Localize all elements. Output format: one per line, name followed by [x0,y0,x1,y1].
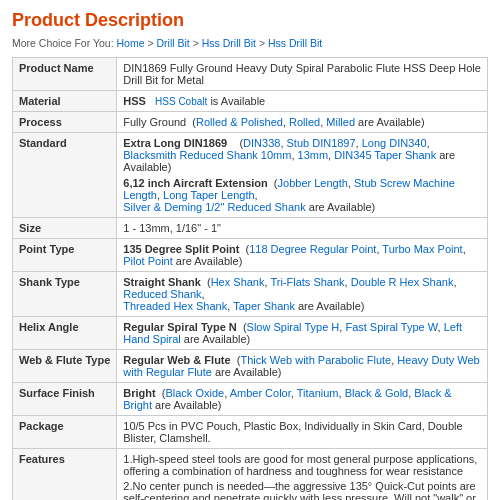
table-row: Material HSS HSS Cobalt is Available [13,91,488,112]
blacksmith-link[interactable]: Blacksmith Reduced Shank 10mm [123,149,291,161]
list-item: 1.High-speed steel tools are good for mo… [123,453,481,477]
product-table: Product Name DIN1869 Fully Ground Heavy … [12,57,488,500]
value-helix-angle: Regular Spiral Type N (Slow Spiral Type … [117,317,488,350]
pilot-point-link[interactable]: Pilot Point [123,255,173,267]
label-web-flute: Web & Flute Type [13,350,117,383]
label-process: Process [13,112,117,133]
value-product-name: DIN1869 Fully Ground Heavy Duty Spiral P… [117,58,488,91]
stub-din1897-link[interactable]: Stub DIN1897 [287,137,356,149]
value-package: 10/5 Pcs in PVC Pouch, Plastic Box, Indi… [117,416,488,449]
label-package: Package [13,416,117,449]
table-row: Size 1 - 13mm, 1/16" - 1" [13,218,488,239]
table-row: Helix Angle Regular Spiral Type N (Slow … [13,317,488,350]
label-shank-type: Shank Type [13,272,117,317]
double-r-link[interactable]: Double R Hex Shank [351,276,454,288]
table-row: Standard Extra Long DIN1869 (DIN338, Stu… [13,133,488,218]
label-surface-finish: Surface Finish [13,383,117,416]
label-point-type: Point Type [13,239,117,272]
rolled-polished-link[interactable]: Rolled & Polished [196,116,283,128]
tri-flats-link[interactable]: Tri-Flats Shank [270,276,344,288]
reduced-shank-link[interactable]: Reduced Shank [123,288,201,300]
hex-shank-link[interactable]: Hex Shank [211,276,265,288]
breadcrumb: More Choice For You: Home > Drill Bit > … [12,37,488,49]
value-material: HSS HSS Cobalt is Available [117,91,488,112]
118-degree-link[interactable]: 118 Degree Regular Point [249,243,376,255]
label-helix-angle: Helix Angle [13,317,117,350]
13mm-link[interactable]: 13mm [298,149,329,161]
amber-link[interactable]: Amber Color [230,387,291,399]
long-taper-link[interactable]: Long Taper Length [163,189,255,201]
table-row: Product Name DIN1869 Fully Ground Heavy … [13,58,488,91]
features-list: 1.High-speed steel tools are good for mo… [123,453,481,500]
slow-spiral-link[interactable]: Slow Spiral Type H [247,321,340,333]
rolled-link[interactable]: Rolled [289,116,320,128]
turbo-max-link[interactable]: Turbo Max Point [382,243,462,255]
page-container: Product Description More Choice For You:… [0,0,500,500]
label-size: Size [13,218,117,239]
fast-spiral-link[interactable]: Fast Spiral Type W [345,321,437,333]
long-din340-link[interactable]: Long DIN340 [362,137,427,149]
thick-web-link[interactable]: Thick Web with Parabolic Flute [240,354,391,366]
din338-link[interactable]: DIN338 [243,137,280,149]
table-row: Shank Type Straight Shank (Hex Shank, Tr… [13,272,488,317]
value-size: 1 - 13mm, 1/16" - 1" [117,218,488,239]
label-material: Material [13,91,117,112]
label-features: Features [13,449,117,501]
hss-cobalt-link[interactable]: HSS Cobalt [155,96,207,107]
breadcrumb-hss-drill-bit[interactable]: Hss Drill Bit [202,37,256,49]
page-title: Product Description [12,10,488,31]
value-surface-finish: Bright (Black Oxide, Amber Color, Titani… [117,383,488,416]
list-item: 2.No center punch is needed—the aggressi… [123,480,481,500]
silver-deming-link[interactable]: Silver & Deming 1/2" Reduced Shank [123,201,305,213]
table-row: Features 1.High-speed steel tools are go… [13,449,488,501]
table-row: Surface Finish Bright (Black Oxide, Ambe… [13,383,488,416]
jobber-link[interactable]: Jobber Length [278,177,348,189]
black-oxide-link[interactable]: Black Oxide [165,387,224,399]
threaded-hex-link[interactable]: Threaded Hex Shank [123,300,227,312]
label-standard: Standard [13,133,117,218]
breadcrumb-drill-bit[interactable]: Drill Bit [156,37,189,49]
taper-shank-link[interactable]: Taper Shank [233,300,295,312]
value-process: Fully Ground (Rolled & Polished, Rolled,… [117,112,488,133]
table-row: Process Fully Ground (Rolled & Polished,… [13,112,488,133]
table-row: Web & Flute Type Regular Web & Flute (Th… [13,350,488,383]
label-product-name: Product Name [13,58,117,91]
black-gold-link[interactable]: Black & Gold [345,387,409,399]
breadcrumb-home[interactable]: Home [116,37,144,49]
value-shank-type: Straight Shank (Hex Shank, Tri-Flats Sha… [117,272,488,317]
value-standard: Extra Long DIN1869 (DIN338, Stub DIN1897… [117,133,488,218]
table-row: Package 10/5 Pcs in PVC Pouch, Plastic B… [13,416,488,449]
breadcrumb-label: More Choice For You: [12,37,116,49]
breadcrumb-hss-drill-bit-2[interactable]: Hss Drill Bit [268,37,322,49]
value-features: 1.High-speed steel tools are good for mo… [117,449,488,501]
titanium-link[interactable]: Titanium [297,387,339,399]
milled-link[interactable]: Milled [326,116,355,128]
value-point-type: 135 Degree Split Point (118 Degree Regul… [117,239,488,272]
din345-link[interactable]: DIN345 Taper Shank [334,149,436,161]
value-web-flute: Regular Web & Flute (Thick Web with Para… [117,350,488,383]
table-row: Point Type 135 Degree Split Point (118 D… [13,239,488,272]
